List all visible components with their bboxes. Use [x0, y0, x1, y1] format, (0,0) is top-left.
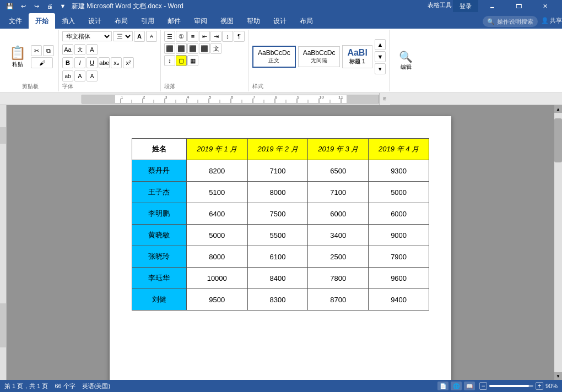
find-btn[interactable]: 🔍 编辑 [397, 48, 414, 73]
grow-font-btn[interactable]: A [134, 31, 145, 42]
strikethrough-btn[interactable]: abc [99, 57, 110, 68]
tab-table-design[interactable]: 设计 [267, 13, 293, 29]
font-name-select[interactable]: 华文楷体 [62, 31, 112, 41]
copy-btn[interactable]: ⧉ [43, 45, 54, 56]
align-left-btn[interactable]: ⬛ [164, 43, 175, 54]
align-row: ⬛ ⬛ ⬛ ⬛ 文 [164, 43, 245, 54]
view-buttons: 📄 🌐 📖 [437, 382, 475, 390]
document-area[interactable]: 姓名 2019 年 1 月 2019 年 2 月 2019 年 3 月 2019… [7, 105, 554, 380]
font-color-row: ab A A [62, 70, 157, 81]
editing-items: 🔍 编辑 [393, 31, 419, 90]
phonetic-btn[interactable]: 文 [74, 44, 85, 55]
view-web-btn[interactable]: 🌐 [451, 382, 462, 390]
styles-group-label: 样式 [252, 83, 386, 90]
redo-quick-btn[interactable]: ↪ [31, 1, 42, 12]
style-no-space[interactable]: AaBbCcDc 无间隔 [298, 46, 341, 67]
tab-mailings[interactable]: 邮件 [161, 13, 187, 29]
cut-btn[interactable]: ✂ [31, 45, 42, 56]
subscript-btn[interactable]: x₂ [111, 57, 122, 68]
save-quick-btn[interactable]: 💾 [4, 1, 15, 12]
font-format-row: B I U abc x₂ x² [62, 57, 157, 68]
font-size-select[interactable]: 三号 [113, 31, 133, 41]
row-data-cell: 3400 [308, 225, 369, 246]
vertical-scrollbar[interactable]: ▲ ▼ [554, 105, 562, 380]
undo-quick-btn[interactable]: ↩ [18, 1, 29, 12]
tab-review[interactable]: 审阅 [187, 13, 214, 29]
decrease-indent-btn[interactable]: ⇤ [199, 31, 210, 42]
sort-btn[interactable]: ↕ [222, 31, 233, 42]
tab-design[interactable]: 设计 [82, 13, 108, 29]
justify-btn[interactable]: ⬛ [199, 43, 210, 54]
zoom-out-btn[interactable]: − [479, 382, 487, 390]
styles-more-btn[interactable]: ▾ [375, 63, 386, 74]
underline-btn[interactable]: U [87, 57, 98, 68]
svg-text:1: 1 [121, 95, 123, 100]
scroll-thumb[interactable] [554, 118, 562, 162]
zoom-level: 90% [545, 383, 558, 389]
signin-btn[interactable]: 登录 [453, 0, 478, 12]
customize-quick-btn[interactable]: ▼ [57, 1, 68, 12]
italic-btn[interactable]: I [74, 57, 85, 68]
word-count: 66 个字 [55, 382, 75, 390]
tab-layout[interactable]: 布局 [108, 13, 134, 29]
minimize-btn[interactable]: 🗕 [479, 0, 505, 12]
font-shading-btn[interactable]: A [87, 70, 98, 81]
view-print-btn[interactable]: 📄 [437, 382, 448, 390]
scroll-up-btn[interactable]: ▲ [554, 105, 562, 113]
svg-text:2: 2 [143, 95, 145, 100]
styles-down-btn[interactable]: ▼ [375, 51, 386, 62]
app: 💾 ↩ ↪ 🖨 ▼ 新建 Microsoft Word 文档.docx - Wo… [0, 0, 562, 392]
font-color-btn[interactable]: A [74, 70, 85, 81]
align-right-btn[interactable]: ⬛ [187, 43, 198, 54]
print-quick-btn[interactable]: 🖨 [44, 1, 55, 12]
share-btn[interactable]: 👤 共享 [541, 17, 562, 26]
superscript-btn[interactable]: x² [123, 57, 134, 68]
line-spacing-btn[interactable]: ↕ [164, 55, 175, 66]
style-heading1-preview: AaBl [347, 48, 367, 58]
zoom-slider[interactable] [489, 385, 533, 387]
tab-help[interactable]: 帮助 [240, 13, 267, 29]
style-heading1[interactable]: AaBl 标题 1 [342, 45, 372, 68]
numbering-btn[interactable]: ① [176, 31, 187, 42]
ruler-svg: 1 2 3 4 5 6 7 8 9 10 11 [82, 95, 379, 103]
bullets-btn[interactable]: ☰ [164, 31, 175, 42]
tab-file[interactable]: 文件 [2, 13, 29, 29]
tab-insert[interactable]: 插入 [55, 13, 82, 29]
row-data-cell: 9400 [369, 289, 429, 311]
show-marks-btn[interactable]: ¶ [234, 31, 245, 42]
tab-table-layout[interactable]: 布局 [293, 13, 320, 29]
tab-home[interactable]: 开始 [29, 13, 55, 29]
tab-references[interactable]: 引用 [134, 13, 161, 29]
border-btn[interactable]: ▦ [187, 55, 198, 66]
style-normal-preview: AaBbCcDc [258, 49, 290, 57]
clear-format-btn[interactable]: Aa [62, 44, 73, 55]
format-painter-btn[interactable]: 🖌 [31, 57, 53, 68]
increase-indent-btn[interactable]: ⇥ [210, 31, 221, 42]
scroll-down-btn[interactable]: ▼ [554, 372, 562, 380]
help-search-box[interactable]: 🔍 操作说明搜索 [483, 16, 538, 27]
language: 英语(美国) [82, 382, 110, 390]
text-effects-btn[interactable]: A [87, 44, 98, 55]
clipboard-label: 剪贴板 [22, 83, 39, 90]
text-highlight-btn[interactable]: ab [62, 70, 73, 81]
style-normal[interactable]: AaBbCcDc 正文 [252, 46, 296, 68]
shrink-font-btn[interactable]: A [146, 31, 157, 42]
styles-up-btn[interactable]: ▲ [375, 39, 386, 50]
paste-btn[interactable]: 📋 粘贴 [6, 31, 30, 83]
close-btn[interactable]: ✕ [532, 0, 558, 12]
tab-view[interactable]: 视图 [214, 13, 240, 29]
shading-btn[interactable]: ▢ [176, 55, 187, 66]
vertical-ruler [0, 105, 7, 380]
status-left: 第 1 页，共 1 页 66 个字 英语(美国) [4, 382, 110, 390]
maximize-btn[interactable]: 🗖 [506, 0, 531, 12]
multilevel-btn[interactable]: ≡ [187, 31, 198, 42]
view-read-btn[interactable]: 📖 [464, 382, 475, 390]
chinese-layout-btn[interactable]: 文 [210, 43, 221, 54]
paste-icon: 📋 [9, 45, 26, 61]
header-month-4: 2019 年 4 月 [369, 139, 429, 160]
row-name-cell: 张晓玲 [132, 246, 187, 268]
zoom-in-btn[interactable]: + [536, 382, 543, 390]
row-data-cell: 6000 [308, 203, 369, 225]
align-center-btn[interactable]: ⬛ [176, 43, 187, 54]
bold-btn[interactable]: B [62, 57, 73, 68]
